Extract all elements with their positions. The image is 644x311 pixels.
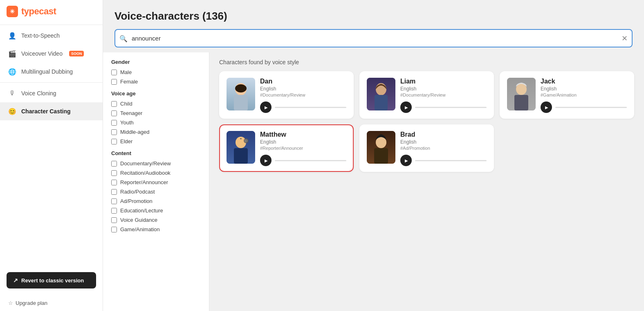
checkbox-child[interactable]	[111, 101, 117, 107]
revert-icon: ↗	[13, 277, 18, 284]
revert-label: Revert to classic version	[21, 277, 84, 284]
checkbox-male[interactable]	[111, 70, 117, 75]
char-tag-matthew: #Reporter/Announcer	[260, 146, 346, 151]
filter-reporter[interactable]: Reporter/Announcer	[111, 179, 201, 185]
sidebar-label-tts: Text-to-Speech	[21, 32, 60, 39]
char-bottom-jack: ▶	[541, 101, 627, 113]
filter-female[interactable]: Female	[111, 79, 201, 85]
progress-bar-dan	[275, 107, 346, 108]
checkbox-documentary[interactable]	[111, 161, 117, 167]
filter-voice-guidance[interactable]: Voice Guidance	[111, 217, 201, 223]
char-info-jack: Jack English #Game/Animation ▶	[541, 78, 627, 113]
label-male: Male	[120, 69, 132, 75]
svg-rect-18	[374, 148, 388, 164]
char-card-matthew[interactable]: Matthew English #Reporter/Announcer ▶	[219, 124, 354, 172]
filter-youth[interactable]: Youth	[111, 119, 201, 126]
char-card-liam[interactable]: Liam English #Documentary/Review ▶	[359, 71, 494, 119]
sidebar-item-voice-cloning[interactable]: 🎙 Voice Cloning	[0, 84, 103, 102]
checkbox-radio[interactable]	[111, 189, 117, 195]
filter-documentary[interactable]: Documentary/Review	[111, 160, 201, 167]
play-button-matthew[interactable]: ▶	[260, 155, 272, 166]
char-info-liam: Liam English #Documentary/Review ▶	[400, 78, 487, 113]
search-bar-container: 🔍 ✕	[114, 29, 633, 47]
filter-recitation[interactable]: Recitation/Audiobook	[111, 170, 201, 176]
char-name-dan: Dan	[260, 78, 346, 85]
filter-teenager[interactable]: Teenager	[111, 110, 201, 116]
checkbox-ad[interactable]	[111, 198, 117, 204]
characters-area: Characters found by voice style	[209, 52, 644, 311]
search-input[interactable]	[114, 29, 633, 47]
filter-elder[interactable]: Elder	[111, 138, 201, 144]
checkbox-game[interactable]	[111, 227, 117, 232]
checkbox-education[interactable]	[111, 208, 117, 214]
play-icon-liam: ▶	[405, 105, 408, 110]
avatar-liam	[367, 78, 395, 110]
play-button-jack[interactable]: ▶	[541, 101, 552, 113]
char-lang-jack: English	[541, 86, 627, 92]
play-button-brad[interactable]: ▶	[400, 155, 412, 166]
checkbox-elder[interactable]	[111, 139, 117, 144]
char-tag-liam: #Documentary/Review	[400, 92, 487, 97]
char-card-dan[interactable]: Dan English #Documentary/Review ▶	[219, 71, 354, 119]
filter-child[interactable]: Child	[111, 101, 201, 107]
soon-badge: SOON	[69, 51, 84, 56]
char-card-jack[interactable]: Jack English #Game/Animation ▶	[500, 71, 634, 119]
checkbox-voice-guidance[interactable]	[111, 217, 117, 223]
label-teenager: Teenager	[120, 110, 142, 116]
filter-panel: Gender Male Female Voice age Child Teena…	[103, 52, 209, 311]
label-female: Female	[120, 79, 138, 85]
char-lang-liam: English	[400, 86, 487, 92]
sidebar-item-character-casting[interactable]: 😊 Character Casting	[0, 102, 103, 120]
checkbox-middle-aged[interactable]	[111, 129, 117, 135]
voiceover-icon: 🎬	[8, 50, 16, 58]
char-bottom-matthew: ▶	[260, 155, 346, 166]
filter-male[interactable]: Male	[111, 69, 201, 75]
label-ad: Ad/Promotion	[120, 198, 153, 204]
play-button-dan[interactable]: ▶	[260, 101, 272, 113]
search-icon: 🔍	[119, 34, 128, 42]
sidebar-item-voiceover-video[interactable]: 🎬 Voiceover Video SOON	[0, 45, 103, 63]
logo-accent: cast	[39, 6, 56, 16]
sidebar-bottom: ↗ Revert to classic version	[0, 266, 103, 295]
checkbox-teenager[interactable]	[111, 110, 117, 116]
checkbox-female[interactable]	[111, 79, 117, 85]
sidebar-item-multilingual[interactable]: 🌐 Multilingual Dubbing	[0, 63, 103, 81]
label-recitation: Recitation/Audiobook	[120, 170, 171, 176]
play-button-liam[interactable]: ▶	[400, 101, 412, 113]
age-filter-title: Voice age	[111, 90, 201, 97]
filter-ad[interactable]: Ad/Promotion	[111, 198, 201, 204]
filter-education[interactable]: Education/Lecture	[111, 207, 201, 214]
svg-rect-2	[234, 95, 248, 110]
filter-game[interactable]: Game/Animation	[111, 226, 201, 232]
avatar-matthew	[227, 131, 255, 164]
char-name-jack: Jack	[541, 78, 627, 85]
sidebar-label-multilingual: Multilingual Dubbing	[21, 68, 73, 75]
casting-icon: 😊	[8, 107, 16, 115]
revert-button[interactable]: ↗ Revert to classic version	[7, 272, 96, 288]
sidebar-item-text-to-speech[interactable]: 👤 Text-to-Speech	[0, 27, 103, 45]
checkbox-youth[interactable]	[111, 120, 117, 126]
label-voice-guidance: Voice Guidance	[120, 217, 157, 223]
checkbox-reporter[interactable]	[111, 180, 117, 185]
avatar-brad	[367, 131, 395, 164]
avatar-svg-liam	[367, 78, 395, 110]
upgrade-label: Upgrade plan	[16, 300, 47, 306]
gender-filter-title: Gender	[111, 59, 201, 65]
filter-radio[interactable]: Radio/Podcast	[111, 189, 201, 195]
search-clear-button[interactable]: ✕	[622, 34, 628, 43]
char-tag-jack: #Game/Animation	[541, 92, 627, 97]
char-card-brad[interactable]: Brad English #Ad/Promotion ▶	[359, 124, 494, 172]
label-documentary: Documentary/Review	[120, 160, 171, 167]
label-radio: Radio/Podcast	[120, 189, 155, 195]
checkbox-recitation[interactable]	[111, 170, 117, 176]
logo-prefix: type	[21, 6, 39, 16]
sidebar-divider	[0, 25, 103, 25]
char-name-liam: Liam	[400, 78, 487, 85]
cloning-icon: 🎙	[8, 89, 16, 97]
filter-middle-aged[interactable]: Middle-aged	[111, 129, 201, 135]
label-game: Game/Animation	[120, 226, 160, 232]
avatar-svg-dan	[227, 78, 255, 110]
upgrade-plan-link[interactable]: ☆ Upgrade plan	[0, 295, 103, 311]
avatar-svg-brad	[367, 131, 395, 164]
avatar-dan	[227, 78, 255, 110]
